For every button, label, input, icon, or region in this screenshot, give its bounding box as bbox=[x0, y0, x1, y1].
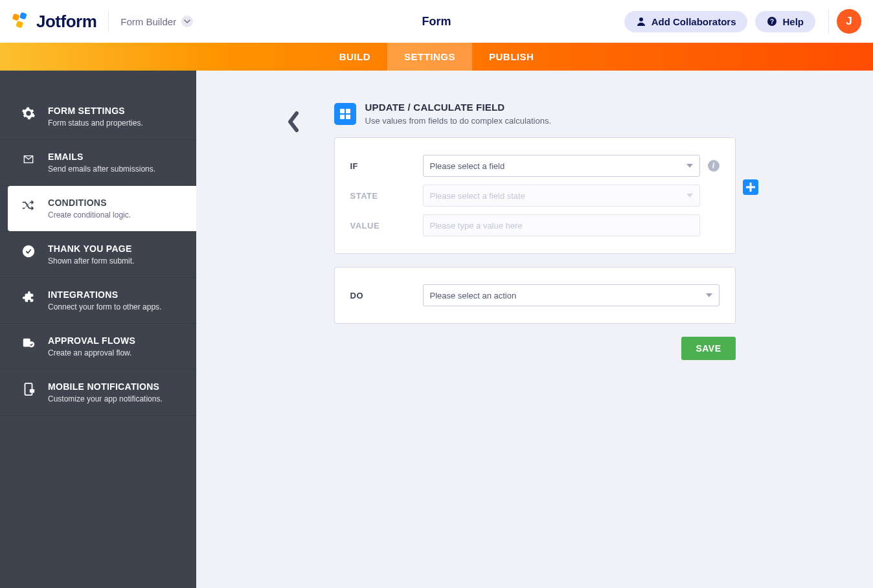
tab-build[interactable]: BUILD bbox=[323, 43, 387, 71]
svg-rect-1 bbox=[19, 12, 27, 20]
brand-logo[interactable]: Jotform bbox=[12, 12, 96, 32]
tab-publish[interactable]: PUBLISH bbox=[472, 43, 550, 71]
gear-icon bbox=[21, 106, 36, 121]
do-panel: DO Please select an action bbox=[334, 267, 736, 324]
svg-point-6 bbox=[23, 245, 34, 257]
save-button[interactable]: SAVE bbox=[681, 337, 735, 360]
value-placeholder: Please type a value here bbox=[430, 221, 523, 231]
condition-header: UPDATE / CALCULATE FIELD Use values from… bbox=[334, 102, 736, 126]
shuffle-icon bbox=[21, 198, 36, 213]
sidebar-item-label: CONDITIONS bbox=[48, 198, 131, 208]
sidebar-item-sublabel: Customize your app notifications. bbox=[48, 394, 163, 403]
user-avatar[interactable]: J bbox=[837, 9, 861, 34]
main-tabs: BUILD SETTINGS PUBLISH bbox=[0, 43, 873, 71]
help-button[interactable]: ? Help bbox=[755, 11, 815, 32]
sidebar-item-label: INTEGRATIONS bbox=[48, 289, 161, 300]
mobile-icon bbox=[21, 381, 36, 397]
help-icon: ? bbox=[767, 16, 777, 27]
sidebar-item-sublabel: Send emails after submissions. bbox=[48, 164, 155, 174]
state-label: STATE bbox=[350, 191, 415, 201]
value-label: VALUE bbox=[350, 221, 415, 231]
svg-rect-13 bbox=[340, 115, 345, 119]
check-circle-icon bbox=[21, 243, 36, 259]
sidebar-item-sublabel: Connect your form to other apps. bbox=[48, 302, 161, 311]
brand-mark-icon bbox=[12, 12, 31, 31]
add-collaborators-button[interactable]: Add Collaborators bbox=[624, 11, 748, 32]
svg-text:?: ? bbox=[770, 18, 774, 25]
sidebar-item-approval-flows[interactable]: APPROVAL FLOWS Create an approval flow. bbox=[0, 324, 196, 370]
svg-rect-0 bbox=[12, 13, 20, 21]
sidebar-item-form-settings[interactable]: FORM SETTINGS Form status and properties… bbox=[0, 94, 196, 140]
chevron-down-icon bbox=[706, 293, 712, 297]
chevron-down-icon bbox=[181, 16, 193, 27]
sidebar-item-label: APPROVAL FLOWS bbox=[48, 335, 135, 346]
sidebar-item-conditions[interactable]: CONDITIONS Create conditional logic. bbox=[8, 186, 196, 231]
sidebar-item-label: THANK YOU PAGE bbox=[48, 243, 134, 254]
state-select[interactable]: Please select a field state bbox=[423, 185, 700, 207]
condition-subtitle: Use values from fields to do complex cal… bbox=[365, 116, 552, 126]
if-field-placeholder: Please select a field bbox=[430, 161, 505, 171]
divider bbox=[108, 11, 109, 32]
divider bbox=[828, 9, 829, 34]
settings-sidebar: FORM SETTINGS Form status and properties… bbox=[0, 71, 196, 588]
avatar-letter: J bbox=[846, 15, 852, 28]
svg-rect-2 bbox=[16, 21, 23, 28]
state-placeholder: Please select a field state bbox=[430, 191, 525, 201]
sidebar-item-label: FORM SETTINGS bbox=[48, 106, 143, 116]
add-collaborators-label: Add Collaborators bbox=[652, 16, 736, 27]
person-icon bbox=[636, 16, 646, 27]
tab-settings[interactable]: SETTINGS bbox=[387, 43, 472, 71]
do-action-select[interactable]: Please select an action bbox=[423, 284, 720, 306]
approval-icon bbox=[21, 335, 36, 351]
chevron-down-icon bbox=[686, 164, 693, 168]
sidebar-item-sublabel: Form status and properties. bbox=[48, 119, 143, 128]
sidebar-item-integrations[interactable]: INTEGRATIONS Connect your form to other … bbox=[0, 278, 196, 324]
sidebar-item-mobile-notifications[interactable]: MOBILE NOTIFICATIONS Customize your app … bbox=[0, 370, 196, 416]
sidebar-item-thank-you[interactable]: THANK YOU PAGE Shown after form submit. bbox=[0, 231, 196, 278]
condition-title: UPDATE / CALCULATE FIELD bbox=[365, 102, 552, 113]
chevron-down-icon bbox=[686, 194, 693, 198]
if-panel: IF Please select a field i STATE Please … bbox=[334, 137, 736, 254]
sidebar-item-sublabel: Create conditional logic. bbox=[48, 210, 131, 220]
if-field-select[interactable]: Please select a field bbox=[423, 155, 700, 177]
svg-rect-14 bbox=[346, 115, 350, 119]
back-button[interactable] bbox=[286, 111, 300, 133]
svg-rect-11 bbox=[340, 109, 345, 113]
brand-name: Jotform bbox=[36, 12, 96, 32]
sidebar-item-label: EMAILS bbox=[48, 152, 155, 162]
sidebar-item-emails[interactable]: EMAILS Send emails after submissions. bbox=[0, 140, 196, 186]
add-rule-button[interactable] bbox=[743, 179, 758, 195]
sidebar-item-label: MOBILE NOTIFICATIONS bbox=[48, 381, 163, 392]
calculator-icon bbox=[334, 103, 356, 125]
sidebar-item-sublabel: Create an approval flow. bbox=[48, 348, 135, 357]
app-switcher[interactable]: Form Builder bbox=[120, 16, 193, 27]
svg-point-3 bbox=[639, 17, 643, 21]
workspace: FORM SETTINGS Form status and properties… bbox=[0, 71, 873, 588]
if-label: IF bbox=[350, 161, 415, 171]
svg-rect-10 bbox=[30, 389, 34, 393]
top-bar: Jotform Form Builder Form Add Collaborat… bbox=[0, 0, 873, 43]
do-label: DO bbox=[350, 291, 415, 300]
value-input[interactable]: Please type a value here bbox=[423, 214, 700, 236]
app-name: Form Builder bbox=[120, 16, 176, 27]
svg-rect-12 bbox=[346, 109, 350, 113]
do-placeholder: Please select an action bbox=[430, 291, 517, 300]
help-label: Help bbox=[782, 16, 804, 27]
info-icon[interactable]: i bbox=[708, 160, 720, 172]
sidebar-item-sublabel: Shown after form submit. bbox=[48, 256, 134, 266]
mail-icon bbox=[21, 152, 36, 167]
puzzle-icon bbox=[21, 289, 36, 305]
main-content: UPDATE / CALCULATE FIELD Use values from… bbox=[196, 71, 873, 588]
